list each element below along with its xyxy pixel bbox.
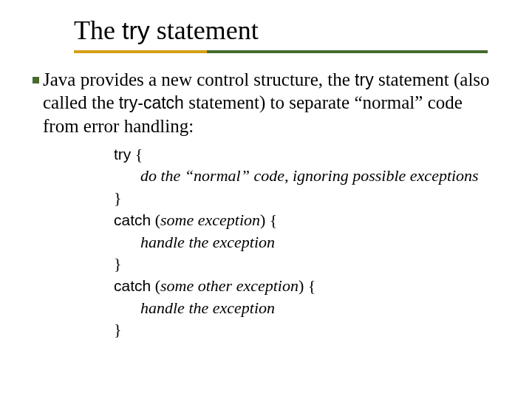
code-comment: handle the exception	[140, 233, 275, 251]
code-line: catch (some other exception) {	[114, 275, 502, 297]
code-text: }	[114, 320, 122, 338]
code-line: }	[114, 318, 502, 341]
slide-title: The try statement	[74, 15, 532, 46]
code-keyword: catch	[114, 211, 151, 228]
para-keyword: try	[355, 70, 374, 89]
code-line: do the “normal” code, ignoring possible …	[114, 165, 502, 187]
paragraph: Java provides a new control structure, t…	[43, 68, 502, 137]
code-line: catch (some exception) {	[114, 209, 502, 231]
code-keyword: catch	[114, 277, 151, 294]
code-line: }	[114, 253, 502, 275]
para-keyword: try-catch	[119, 93, 184, 112]
code-line: handle the exception	[114, 297, 502, 319]
title-text-post: statement	[150, 16, 259, 45]
code-arg: some exception	[160, 211, 260, 229]
title-area: The try statement	[0, 0, 532, 53]
code-text: {	[131, 145, 143, 163]
code-line: }	[114, 187, 502, 209]
title-text-pre: The	[74, 16, 122, 45]
code-line: handle the exception	[114, 231, 502, 253]
bullet-icon	[33, 77, 43, 83]
code-text: ) {	[260, 211, 277, 229]
code-line: try {	[114, 143, 502, 166]
code-text: }	[114, 254, 122, 273]
code-arg: some other exception	[160, 276, 299, 295]
bullet-item: Java provides a new control structure, t…	[33, 68, 502, 137]
para-text: Java provides a new control structure, t…	[43, 69, 355, 89]
square-icon	[33, 77, 39, 83]
code-text: (	[151, 276, 160, 295]
code-block: try { do the “normal” code, ignoring pos…	[114, 143, 502, 341]
slide: The try statement Java provides a new co…	[0, 0, 532, 399]
code-text: ) {	[299, 276, 316, 295]
body-area: Java provides a new control structure, t…	[0, 53, 532, 341]
code-text: (	[151, 211, 160, 229]
title-keyword: try	[122, 16, 150, 44]
code-keyword: try	[114, 146, 131, 163]
code-text: }	[114, 188, 122, 207]
code-comment: handle the exception	[140, 299, 275, 317]
code-comment: do the “normal” code, ignoring possible …	[140, 166, 479, 185]
